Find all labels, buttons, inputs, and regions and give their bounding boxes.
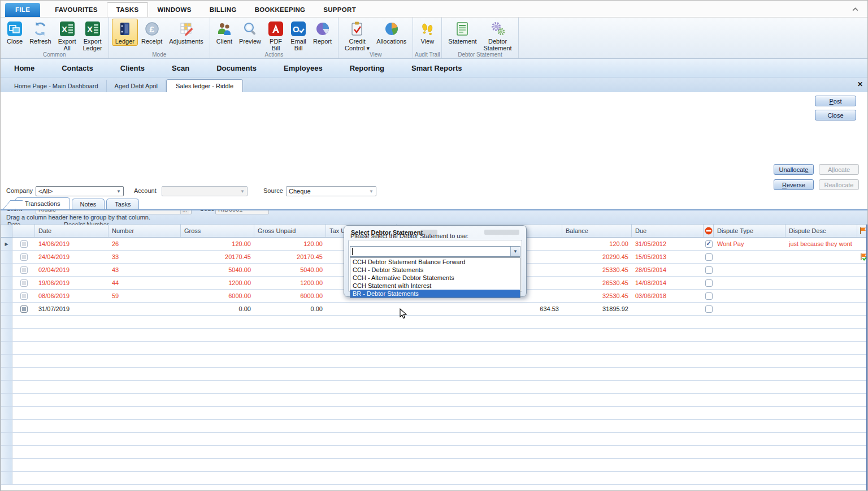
row-checkbox[interactable] xyxy=(20,253,28,261)
reallocate-button[interactable]: Reallocate xyxy=(819,179,859,190)
doc-tab-sales-ledger-riddle[interactable]: Sales ledger - Riddle xyxy=(166,79,243,93)
pdf-bill-ribbon-button[interactable]: PDF Bill xyxy=(264,19,287,53)
combobox-dropdown-button[interactable]: ▼ xyxy=(510,247,520,256)
client-ribbon-button[interactable]: Client xyxy=(213,19,236,46)
dispute-checkbox[interactable] xyxy=(705,240,713,248)
receipt-ribbon-button[interactable]: £Receipt xyxy=(138,19,166,46)
grid-empty-row[interactable] xyxy=(1,446,866,459)
menu-item-bookkeeping[interactable]: BOOKKEEPING xyxy=(246,3,315,17)
menu-item-favourites[interactable]: FAVOURITES xyxy=(46,3,107,17)
grid-header-number[interactable]: Number xyxy=(108,225,181,237)
refresh-ribbon-button[interactable]: Refresh xyxy=(26,19,55,46)
grid-header-dispute_type[interactable]: Dispute Type xyxy=(714,225,785,237)
grid-total-row[interactable]: 31/07/20190.000.00634.5331895.92 xyxy=(1,303,866,316)
export-all-ribbon-button[interactable]: XExport All xyxy=(55,19,80,53)
menu-item-support[interactable]: SUPPORT xyxy=(314,3,365,17)
row-checkbox[interactable] xyxy=(20,279,28,287)
grid-empty-row[interactable] xyxy=(1,329,866,342)
chevron-down-icon: ▼ xyxy=(238,189,245,194)
email-bill-ribbon-button[interactable]: OEmail Bill xyxy=(287,19,310,53)
cell-due: 14/08/2014 xyxy=(632,279,704,286)
cell-gross_unpaid: 0.00 xyxy=(254,305,326,312)
grid-header-dflag[interactable] xyxy=(704,225,714,237)
grid-empty-row[interactable] xyxy=(1,407,866,420)
menu-item-billing[interactable]: BILLING xyxy=(201,3,246,17)
collapse-ribbon-button[interactable] xyxy=(851,5,860,14)
grid-empty-row[interactable] xyxy=(1,459,866,472)
debtor-statement-combobox[interactable]: ▼ xyxy=(350,246,520,257)
dispute-checkbox[interactable] xyxy=(705,292,713,300)
dispute-checkbox[interactable] xyxy=(705,279,713,287)
preview-ribbon-button[interactable]: Preview xyxy=(236,19,264,46)
debtor-statement-option[interactable]: CCH - Debtor Statements xyxy=(350,266,520,274)
row-checkbox[interactable] xyxy=(20,266,28,274)
nav-item-reporting[interactable]: Reporting xyxy=(344,64,398,72)
credit-control-ribbon-button[interactable]: Credit Control ▾ xyxy=(341,19,373,53)
menu-item-windows[interactable]: WINDOWS xyxy=(148,3,200,17)
adjustments-ribbon-button[interactable]: Adjustments xyxy=(166,19,207,46)
unallocate-button[interactable]: Unallocate xyxy=(774,164,814,175)
nav-item-home[interactable]: Home xyxy=(8,64,48,72)
nav-item-contacts[interactable]: Contacts xyxy=(56,64,107,72)
row-checkbox[interactable] xyxy=(20,292,28,300)
grid-empty-row[interactable] xyxy=(1,368,866,381)
nav-item-smart-reports[interactable]: Smart Reports xyxy=(406,64,476,72)
debtor-statement-option[interactable]: CCH Statement with Interest xyxy=(350,282,520,290)
row-indicator xyxy=(1,329,12,341)
doc-tab-aged-debt-april[interactable]: Aged Debt April xyxy=(107,80,166,92)
dispute-checkbox[interactable] xyxy=(705,266,713,274)
doc-tab-home-page-main-dashboard[interactable]: Home Page - Main Dashboard xyxy=(6,80,107,92)
ledger-ribbon-button[interactable]: Ledger xyxy=(112,19,138,46)
subtab-tasks[interactable]: Tasks xyxy=(106,199,139,209)
debtor-statement-ribbon-button[interactable]: Debtor Statement xyxy=(480,19,515,53)
grid-header-balance[interactable]: Balance xyxy=(562,225,632,237)
close-button[interactable]: Close xyxy=(815,110,856,120)
statement-ribbon-button[interactable]: Statement xyxy=(445,19,480,46)
debtor-statement-option[interactable]: CCH - Alternative Debtor Statements xyxy=(350,274,520,282)
post-button[interactable]: Post xyxy=(815,96,856,106)
grid-header-date[interactable]: Date xyxy=(35,225,108,237)
grid-header-gross[interactable]: Gross xyxy=(181,225,254,237)
grid-header-flag[interactable] xyxy=(857,225,867,237)
grid-empty-row[interactable] xyxy=(1,394,866,407)
row-checkbox[interactable] xyxy=(20,305,28,313)
view-ribbon-button[interactable]: View xyxy=(416,19,439,46)
grid-header-due[interactable]: Due xyxy=(632,225,704,237)
reverse-button[interactable]: Reverse xyxy=(774,179,814,190)
nav-item-documents[interactable]: Documents xyxy=(211,64,270,72)
export-ledger-ribbon-button[interactable]: XExport Ledger xyxy=(79,19,105,53)
grid-empty-row[interactable] xyxy=(1,472,866,485)
subtab-transactions[interactable]: Transactions xyxy=(15,197,70,209)
dispute-checkbox[interactable] xyxy=(705,305,713,313)
allocations-ribbon-button[interactable]: Allocations xyxy=(373,19,410,46)
grid-empty-row[interactable] xyxy=(1,420,866,433)
grid-header-dispute_desc[interactable]: Dispute Desc xyxy=(785,225,857,237)
grid-empty-row[interactable] xyxy=(1,316,866,329)
cell-dispute_type: Wont Pay xyxy=(714,240,785,247)
grid-empty-row[interactable] xyxy=(1,381,866,394)
source-select[interactable]: Cheque▼ xyxy=(286,186,376,196)
menu-item-file[interactable]: FILE xyxy=(5,3,40,17)
report-ribbon-button[interactable]: Report xyxy=(310,19,335,46)
account-select[interactable]: ▼ xyxy=(162,186,248,196)
row-checkbox[interactable] xyxy=(20,240,28,248)
debtor-statement-option[interactable]: CCH Debtor Statement Balance Forward xyxy=(350,258,520,266)
nav-item-scan[interactable]: Scan xyxy=(166,64,203,72)
grid-header-gross_unpaid[interactable]: Gross Unpaid xyxy=(254,225,326,237)
subtab-notes[interactable]: Notes xyxy=(72,199,105,209)
cell-date: 31/07/2019 xyxy=(35,305,108,312)
close-tab-icon[interactable]: ✕ xyxy=(857,81,863,88)
grid-empty-row[interactable] xyxy=(1,342,866,355)
nav-item-clients[interactable]: Clients xyxy=(115,64,158,72)
grid-empty-row[interactable] xyxy=(1,355,866,368)
app-window: FILEFAVOURITESTASKSWINDOWSBILLINGBOOKKEE… xyxy=(0,0,868,491)
grid-empty-row[interactable] xyxy=(1,433,866,446)
ribbon-button-label: Receipt xyxy=(141,38,162,45)
close-ribbon-button[interactable]: Close xyxy=(3,19,26,46)
company-select[interactable]: <All>▼ xyxy=(36,186,124,196)
debtor-statement-option[interactable]: BR - Debtor Statements xyxy=(350,290,520,298)
nav-item-employees[interactable]: Employees xyxy=(278,64,336,72)
menu-item-tasks[interactable]: TASKS xyxy=(107,2,149,17)
dispute-checkbox[interactable] xyxy=(705,253,713,261)
allocate-button[interactable]: Allocate xyxy=(819,164,859,175)
